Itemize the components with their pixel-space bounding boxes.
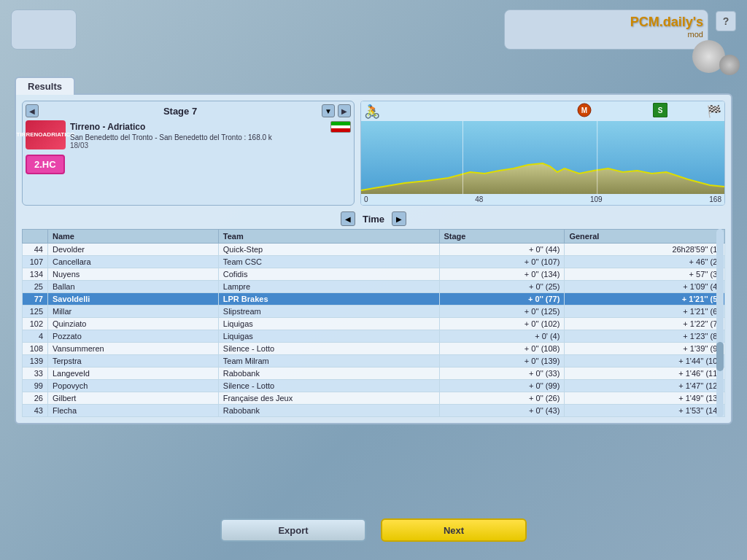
cell-num: 77 (23, 293, 48, 306)
cell-general: + 1'09'' (4) (565, 281, 725, 293)
profile-chart: 🚴 M S (360, 101, 725, 206)
profile-icons-row: 🚴 M S (361, 101, 724, 121)
cell-team: Rabobank (218, 405, 439, 417)
cell-name: Flecha (48, 405, 219, 417)
sprint-marker: S (653, 103, 667, 120)
dist-0: 0 (364, 195, 368, 203)
cell-general: + 1'22'' (7) (565, 318, 725, 330)
cell-team: Team CSC (218, 256, 439, 268)
table-row: 25BallanLampre+ 0'' (25)+ 1'09'' (4) (23, 281, 725, 293)
race-info-row: TIRRENO ADRIATICO Tirreno - Adriatico Sa… (26, 120, 351, 149)
cell-general: + 1'44'' (10) (565, 355, 725, 368)
cell-general: 26h28'59'' (1) (565, 244, 725, 256)
stage-title: Stage 7 (42, 106, 319, 117)
scrollbar-track[interactable] (716, 229, 724, 417)
stage-nav: ◀ Stage 7 ▼ ▶ (26, 104, 351, 117)
table-row: 125MillarSlipstream+ 0'' (125)+ 1'21'' (… (23, 306, 725, 318)
stage-next-button[interactable]: ▶ (338, 104, 351, 117)
cell-team: Liquigas (218, 318, 439, 330)
dist-48: 48 (475, 195, 483, 203)
decorative-circle-small (719, 55, 740, 75)
cell-name: Vansummeren (48, 343, 219, 355)
cell-stage: + 0'' (107) (439, 256, 565, 268)
col-header-name: Name (48, 230, 219, 244)
table-row: 4PozzatoLiquigas+ 0' (4)+ 1'23'' (8) (23, 330, 725, 343)
stage-selector: ◀ Stage 7 ▼ ▶ TIRRENO ADRIATICO Tirreno … (22, 101, 355, 206)
cell-team: Slipstream (218, 306, 439, 318)
table-row: 102QuinziatoLiquigas+ 0'' (102)+ 1'22'' … (23, 318, 725, 330)
table-row: 33LangeveldRabobank+ 0'' (33)+ 1'46'' (1… (23, 368, 725, 380)
cell-stage: + 0'' (44) (439, 244, 565, 256)
cell-team: Silence - Lotto (218, 380, 439, 392)
time-next-button[interactable]: ▶ (392, 211, 406, 226)
cell-team: Rabobank (218, 368, 439, 380)
race-details: Tirreno - Adriatico San Benedetto del Tr… (70, 121, 351, 149)
table-row: 107CancellaraTeam CSC+ 0'' (107)+ 46'' (… (23, 256, 725, 268)
cell-name: Devolder (48, 244, 219, 256)
time-label: Time (363, 214, 384, 225)
cell-num: 108 (23, 343, 48, 355)
cell-num: 26 (23, 392, 48, 405)
cell-general: + 1'23'' (8) (565, 330, 725, 343)
col-header-stage: Stage (439, 230, 565, 244)
panel-body: ◀ Stage 7 ▼ ▶ TIRRENO ADRIATICO Tirreno … (15, 93, 732, 424)
results-table: Name Team Stage General 44DevolderQuick-… (22, 229, 725, 417)
cell-num: 4 (23, 330, 48, 343)
results-tab[interactable]: Results (15, 77, 75, 95)
cell-num: 44 (23, 244, 48, 256)
cell-team: Française des Jeux (218, 392, 439, 405)
logo-text: PCM.daily's (630, 15, 703, 30)
cell-general: + 1'46'' (11) (565, 368, 725, 380)
cell-team: Silence - Lotto (218, 343, 439, 355)
cell-stage: + 0'' (134) (439, 268, 565, 281)
race-name: Tirreno - Adriatico (70, 122, 145, 132)
help-button[interactable]: ? (716, 11, 736, 31)
cell-general: + 1'39'' (9) (565, 343, 725, 355)
stage-top-section: ◀ Stage 7 ▼ ▶ TIRRENO ADRIATICO Tirreno … (22, 101, 725, 206)
category-badge: 2.HC (26, 155, 65, 174)
cell-general: + 1'21'' (5) (565, 293, 725, 306)
cell-name: Cancellara (48, 256, 219, 268)
dist-168: 168 (709, 195, 721, 203)
top-left-panel (11, 9, 77, 50)
cell-name: Gilbert (48, 392, 219, 405)
start-icon: 🚴 (364, 104, 380, 120)
cell-name: Terpstra (48, 355, 219, 368)
race-route: San Benedetto del Tronto - San Benedetto… (70, 133, 351, 141)
cell-stage: + 0'' (125) (439, 306, 565, 318)
cell-num: 43 (23, 405, 48, 417)
cell-num: 125 (23, 306, 48, 318)
cell-general: + 46'' (2) (565, 256, 725, 268)
table-row: 43FlechaRabobank+ 0'' (43)+ 1'53'' (14) (23, 405, 725, 417)
svg-text:M: M (581, 106, 587, 114)
time-prev-button[interactable]: ◀ (341, 211, 355, 226)
cell-name: Savoldelli (48, 293, 219, 306)
cell-stage: + 0'' (33) (439, 368, 565, 380)
svg-text:S: S (658, 106, 663, 114)
finish-flag-icon: 🏁 (707, 104, 721, 118)
next-button[interactable]: Next (381, 518, 527, 542)
cell-general: + 1'49'' (13) (565, 392, 725, 405)
race-logo: TIRRENO ADRIATICO (26, 120, 66, 149)
cell-team: Lampre (218, 281, 439, 293)
mountain-marker: M (577, 103, 592, 120)
flag-icon (330, 121, 351, 133)
cell-stage: + 0' (4) (439, 330, 565, 343)
table-row: 134NuyensCofidis+ 0'' (134)+ 57'' (3) (23, 268, 725, 281)
cell-num: 139 (23, 355, 48, 368)
export-button[interactable]: Export (220, 518, 366, 542)
stage-dropdown-button[interactable]: ▼ (322, 104, 335, 117)
table-row: 77SavoldelliLPR Brakes+ 0'' (77)+ 1'21''… (23, 293, 725, 306)
cell-num: 102 (23, 318, 48, 330)
results-table-wrapper: Name Team Stage General 44DevolderQuick-… (22, 229, 725, 417)
cell-stage: + 0'' (108) (439, 343, 565, 355)
race-date: 18/03 (70, 141, 351, 149)
stage-prev-button[interactable]: ◀ (26, 104, 39, 117)
scrollbar-thumb[interactable] (716, 342, 724, 371)
cell-name: Popovych (48, 380, 219, 392)
cell-num: 134 (23, 268, 48, 281)
cell-num: 99 (23, 380, 48, 392)
table-row: 44DevolderQuick-Step+ 0'' (44)26h28'59''… (23, 244, 725, 256)
cell-num: 107 (23, 256, 48, 268)
cell-team: Quick-Step (218, 244, 439, 256)
